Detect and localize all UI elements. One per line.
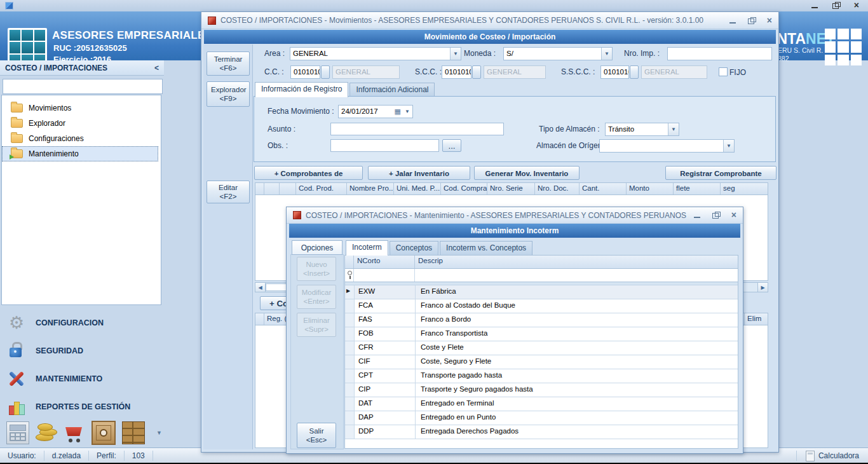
safe-icon[interactable] [92,421,116,445]
scc-input[interactable]: 0101010 [442,65,471,79]
quick-caret-icon[interactable]: ▼ [156,430,162,436]
section-label: MANTENIMIENTO [36,374,102,383]
sscc-browse-button[interactable] [630,65,639,79]
table-row[interactable]: CIP Trasporte y Seguro pagados hasta [345,383,738,397]
jalar-inventario-button[interactable]: + Jalar Inventario [368,166,470,180]
nuevo-button[interactable]: Nuevo<Insert> [297,257,336,281]
restore-icon[interactable] [712,212,720,219]
descrip-cell: Entregado en un Punto [416,411,738,425]
sscc-input[interactable]: 0101010 [600,65,629,79]
comprobantes-productos-button[interactable]: + Comprobantes de Productos [254,166,363,180]
table-row[interactable]: FCA Franco al Costado del Buque [345,299,738,313]
sidebar-section-seguridad[interactable]: SEGURIDAD [0,338,164,364]
descrip-filter-input[interactable] [415,269,738,282]
obs-input[interactable] [330,139,439,152]
tree-item[interactable]: Configuraciones [2,131,161,146]
table-row[interactable]: DAT Entregado en Terminal [345,397,738,411]
eliminar-button[interactable]: Eliminar<Supr> [297,313,336,337]
ncorto-column-header[interactable]: NCorto [354,256,415,268]
restore-icon[interactable] [832,2,840,9]
column-header[interactable]: seg [721,183,768,194]
table-row[interactable]: DDP Entregada Derechos Pagados [345,425,738,439]
coins-icon[interactable] [36,422,57,444]
form-header: Movimiento de Costeo / Importación [204,30,776,44]
nro-imp-input[interactable] [667,47,772,60]
asunto-input[interactable] [330,123,504,135]
boxes-icon[interactable] [122,421,145,444]
table-row[interactable]: CFR Coste y Flete [345,341,738,355]
scroll-right-icon[interactable]: ▶ [757,283,768,292]
opciones-tab[interactable]: Opciones [292,240,342,255]
column-header[interactable] [264,183,280,194]
minimize-icon[interactable] [693,212,701,219]
editar-button[interactable]: Editar<F2> [207,181,250,203]
column-header[interactable]: Cod. Prod. [296,183,347,194]
sidebar-section-configuracion[interactable]: ⚙ CONFIGURACION [0,310,164,336]
cc-browse-button[interactable] [321,65,330,79]
table-row[interactable]: FAS Franco a Bordo [345,313,738,327]
generar-mov-inventario-button[interactable]: Generar Mov. Inventario [474,166,580,180]
column-header[interactable]: Uni. Med. P... [394,183,441,194]
calendar-icon[interactable]: ▦ [395,107,401,116]
tab[interactable]: Incoterm [346,240,388,256]
close-icon[interactable]: × [854,2,859,9]
table-row[interactable]: DAP Entregado en un Punto [345,411,738,425]
tab[interactable]: Incoterm vs. Conceptos [440,241,532,256]
tree-item[interactable]: Mantenimiento [2,146,158,161]
incoterm-titlebar[interactable]: COSTEO / IMPORTACIONES - Mantenimiento -… [287,207,743,224]
tree-item[interactable]: Movimientos [2,100,161,116]
table-row[interactable]: FOB Franco Transportista [345,327,738,341]
tree-item[interactable]: Explorador [2,116,161,131]
cc-input[interactable]: 0101010 [290,65,320,79]
descrip-column-header[interactable]: Descrip [415,256,738,268]
tab[interactable]: Información de Registro [255,82,348,97]
obs-browse-button[interactable]: ... [442,139,461,152]
table-row[interactable]: EXW En Fábrica [345,285,738,299]
table-row[interactable]: CPT Transporte pagado hasta [345,369,738,383]
column-header[interactable]: Cant. [580,183,627,194]
modificar-button[interactable]: Modificar<Enter> [297,285,336,309]
column-header[interactable]: Nro. Doc. [535,183,580,194]
sidebar-search-input[interactable] [3,79,163,94]
calculator-icon[interactable] [6,421,29,444]
almacen-origen-combo[interactable]: ▼ [599,139,735,153]
column-header[interactable]: Nro. Serie [487,183,535,194]
tab[interactable]: Conceptos [390,241,438,256]
salir-button[interactable]: Salir<Esc> [297,423,336,448]
restore-icon[interactable] [748,17,756,24]
close-icon[interactable]: × [731,212,736,219]
area-combo[interactable]: GENERAL▼ [290,47,461,60]
scc-browse-button[interactable] [472,65,481,79]
terminar-button[interactable]: Terminar<F6> [207,51,250,76]
moneda-combo[interactable]: S/▼ [503,47,613,60]
collapse-icon[interactable]: < [154,64,159,72]
table-row[interactable]: CIF Coste, Seguro y Flete [345,355,738,369]
tab[interactable]: Información Adicional [349,83,435,97]
window-icon [208,17,216,25]
calculadora-button[interactable]: Calculadora [796,451,868,461]
column-header[interactable]: flete [674,183,721,194]
fijo-checkbox[interactable] [719,67,728,76]
cart-icon[interactable] [64,422,85,444]
column-header[interactable] [280,183,296,194]
column-header[interactable]: Elim [745,313,768,325]
ncorto-filter-input[interactable] [354,269,415,282]
minimize-icon[interactable] [729,17,736,24]
tipo-almacen-combo[interactable]: Tránsito▼ [605,123,679,136]
explorador-button[interactable]: Explorador<F9> [207,81,250,107]
column-header[interactable]: Monto [627,183,674,194]
filter-row[interactable] [345,269,738,282]
column-header[interactable] [255,183,264,194]
sidebar-section-reportes[interactable]: REPORTES DE GESTIÓN [0,394,164,420]
movimientos-titlebar[interactable]: COSTEO / IMPORTACIONES - Movimientos - A… [201,12,778,29]
fecha-input[interactable]: 24/01/2017 ▦ ▼ [338,105,413,118]
scroll-left-icon[interactable]: ◀ [255,283,266,292]
incoterm-tabs: Incoterm Conceptos Incoterm vs. Concepto… [346,240,532,256]
column-header[interactable]: Nombre Pro... [347,183,394,194]
registrar-comprobante-button[interactable]: Registrar Comprobante [665,166,776,180]
close-icon[interactable]: × [767,17,772,24]
sidebar-section-mantenimiento[interactable]: MANTENIMIENTO [0,366,164,392]
column-header[interactable] [255,313,264,325]
column-header[interactable]: Cod. Compra [441,183,487,194]
minimize-icon[interactable] [811,2,818,9]
